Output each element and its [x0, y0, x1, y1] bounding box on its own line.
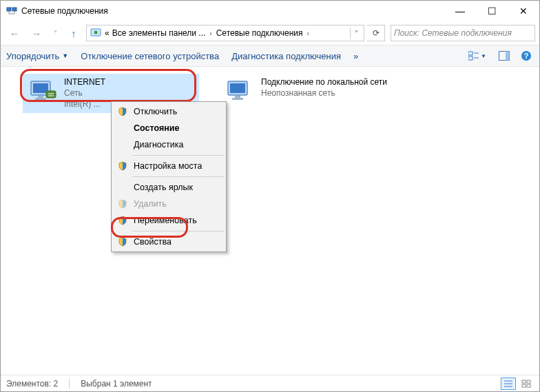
svg-point-6: [94, 31, 98, 34]
svg-rect-25: [232, 98, 243, 100]
menu-separator: [132, 155, 225, 156]
recent-dropdown[interactable]: ˅: [49, 24, 61, 42]
diagnose-button[interactable]: Диагностика подключения: [231, 51, 341, 61]
svg-rect-1: [12, 8, 17, 11]
menu-icon-placeholder: [116, 123, 129, 134]
menu-label: Переименовать: [134, 216, 197, 225]
svg-rect-19: [46, 91, 56, 98]
minimize-button[interactable]: —: [444, 1, 476, 21]
shield-icon: [116, 106, 129, 117]
svg-rect-18: [35, 98, 46, 100]
controlpanel-icon: [90, 28, 101, 39]
close-button[interactable]: ✕: [508, 1, 539, 21]
titlebar: Сетевые подключения — ☐ ✕: [1, 1, 539, 21]
breadcrumb-seg2[interactable]: Сетевые подключения: [215, 28, 304, 38]
status-selection: Выбран 1 элемент: [81, 379, 152, 389]
window-icon: [6, 6, 17, 17]
svg-rect-23: [230, 83, 245, 93]
dropdown-icon: ▼: [62, 52, 68, 59]
menu-item-rename[interactable]: Переименовать: [112, 212, 226, 229]
more-commands[interactable]: »: [353, 51, 358, 61]
menu-item-disable[interactable]: Отключить: [112, 103, 226, 120]
menu-item-diagnose[interactable]: Диагностика: [112, 136, 226, 153]
menu-label: Создать ярлык: [134, 183, 193, 192]
content-area: INTERNET Сеть Intel(R) ... Подключение п…: [1, 67, 539, 375]
shield-icon: [116, 161, 129, 172]
breadcrumb[interactable]: « Все элементы панели ... › Сетевые подк…: [86, 25, 364, 41]
breadcrumb-prefix: «: [103, 28, 111, 38]
breadcrumb-chevron-icon[interactable]: ›: [207, 30, 214, 37]
help-button[interactable]: ?: [519, 49, 534, 63]
menu-separator: [132, 231, 225, 231]
menu-separator: [132, 176, 225, 177]
svg-text:?: ?: [524, 52, 529, 60]
statusbar: Элементов: 2 Выбран 1 элемент: [1, 375, 539, 391]
window-controls: — ☐ ✕: [444, 1, 539, 21]
breadcrumb-seg1[interactable]: Все элементы панели ...: [111, 28, 207, 38]
connection-status: Неопознанная сеть: [261, 87, 387, 99]
status-separator: [69, 379, 70, 389]
window-title: Сетевые подключения: [21, 6, 444, 16]
maximize-button[interactable]: ☐: [476, 1, 508, 21]
breadcrumb-dropdown-icon[interactable]: ˅: [350, 28, 362, 39]
diagnose-label: Диагностика подключения: [231, 51, 341, 61]
svg-rect-30: [527, 380, 530, 383]
menu-item-shortcut[interactable]: Создать ярлык: [112, 179, 226, 196]
network-adapter-icon: [27, 76, 59, 107]
organize-menu[interactable]: Упорядочить ▼: [6, 51, 68, 61]
view-options-button[interactable]: ▼: [465, 49, 490, 63]
menu-item-bridge[interactable]: Настройка моста: [112, 158, 226, 174]
menu-item-status[interactable]: Состояние: [112, 120, 226, 136]
svg-rect-12: [506, 52, 510, 61]
command-bar: Упорядочить ▼ Отключение сетевого устрой…: [1, 45, 539, 67]
forward-button: →: [27, 24, 46, 42]
connection-name: Подключение по локальной сети: [261, 76, 387, 87]
organize-label: Упорядочить: [6, 51, 59, 61]
status-item-count: Элементов: 2: [6, 379, 58, 389]
menu-label: Настройка моста: [134, 161, 202, 171]
menu-label: Удалить: [134, 199, 167, 209]
connection-name: INTERNET: [64, 76, 105, 87]
refresh-button[interactable]: ⟳: [367, 25, 385, 41]
navbar: ← → ˅ ↑ « Все элементы панели ... › Сете…: [1, 21, 539, 45]
connection-status: Сеть: [64, 87, 105, 99]
svg-rect-17: [38, 96, 43, 98]
menu-icon-placeholder: [116, 139, 129, 150]
menu-label: Отключить: [134, 107, 177, 116]
preview-pane-button[interactable]: [497, 49, 512, 63]
menu-item-delete: Удалить: [112, 196, 226, 212]
disable-label: Отключение сетевого устройства: [81, 51, 219, 61]
menu-label: Диагностика: [134, 140, 183, 149]
connection-device: Intel(R) ...: [64, 99, 105, 110]
menu-label: Свойства: [134, 237, 172, 247]
context-menu: Отключить Состояние Диагностика Настройк…: [111, 101, 227, 252]
svg-rect-29: [522, 380, 526, 383]
svg-rect-24: [235, 96, 240, 98]
menu-icon-placeholder: [116, 182, 129, 193]
network-adapter-icon: [224, 76, 256, 107]
menu-item-properties[interactable]: Свойства: [112, 234, 226, 250]
menu-label: Состояние: [134, 123, 179, 133]
svg-rect-0: [7, 8, 11, 11]
search-box[interactable]: [391, 25, 535, 41]
svg-rect-32: [527, 384, 530, 387]
disable-device-button[interactable]: Отключение сетевого устройства: [81, 51, 219, 61]
svg-rect-8: [468, 56, 473, 60]
shield-icon: [116, 215, 129, 226]
svg-rect-31: [522, 384, 526, 387]
up-button[interactable]: ↑: [64, 24, 83, 42]
view-icons-button[interactable]: [519, 378, 534, 390]
svg-rect-7: [468, 52, 473, 55]
breadcrumb-chevron-icon[interactable]: ›: [304, 30, 311, 37]
view-details-button[interactable]: [501, 378, 516, 390]
search-input[interactable]: [394, 28, 532, 38]
back-button[interactable]: ←: [5, 24, 24, 42]
shield-icon: [116, 198, 129, 209]
connection-item-lan[interactable]: Подключение по локальной сети Неопознанн…: [220, 74, 396, 113]
more-label: »: [353, 51, 358, 61]
shield-icon: [116, 236, 129, 247]
